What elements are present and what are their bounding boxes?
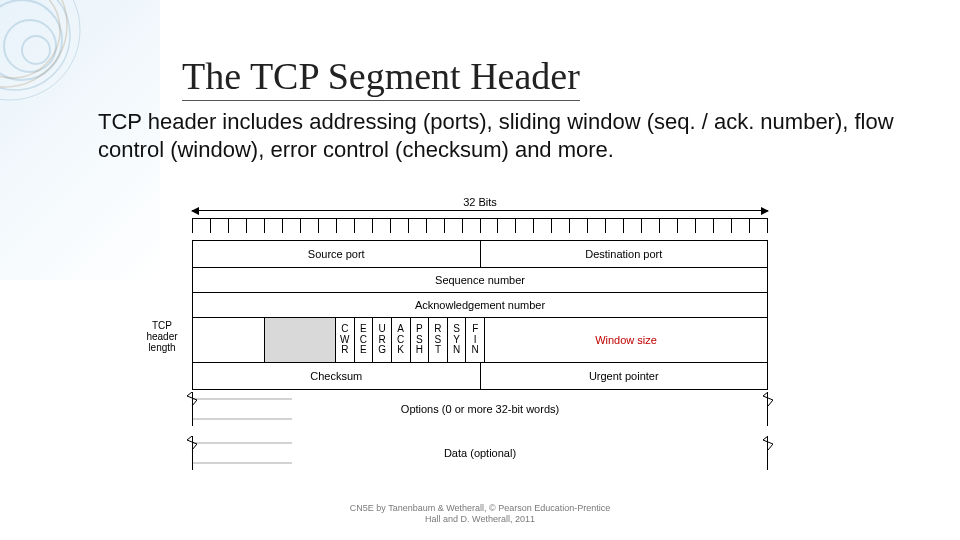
field-ack-number: Acknowledgement number bbox=[193, 293, 767, 317]
flag-psh: PSH bbox=[410, 318, 429, 362]
field-destination-port: Destination port bbox=[480, 241, 768, 267]
field-window-size: Window size bbox=[484, 318, 767, 362]
field-source-port: Source port bbox=[193, 241, 480, 267]
flag-ece: ECE bbox=[354, 318, 373, 362]
flag-urg: URG bbox=[372, 318, 391, 362]
flag-fin: FIN bbox=[465, 318, 484, 362]
flag-syn: SYN bbox=[447, 318, 466, 362]
ruler-bar bbox=[192, 210, 768, 211]
field-sequence-number: Sequence number bbox=[193, 268, 767, 292]
slide-body-text: TCP header includes addressing (ports), … bbox=[98, 108, 918, 163]
field-options: Options (0 or more 32-bit words) bbox=[192, 392, 768, 426]
flag-cwr: CWR bbox=[335, 318, 354, 362]
header-grid: Source port Destination port Sequence nu… bbox=[192, 240, 768, 390]
data-label: Data (optional) bbox=[192, 436, 768, 470]
tcp-header-length-label: TCPheaderlength bbox=[137, 320, 187, 353]
slide-footer: CN5E by Tanenbaum & Wetherall, © Pearson… bbox=[0, 503, 960, 524]
field-reserved bbox=[264, 318, 336, 362]
flag-ack: ACK bbox=[391, 318, 410, 362]
options-label: Options (0 or more 32-bit words) bbox=[192, 392, 768, 426]
flag-rst: RST bbox=[428, 318, 447, 362]
field-tcp-header-length: TCPheaderlength bbox=[193, 318, 264, 362]
slide: The TCP Segment Header TCP header includ… bbox=[0, 0, 960, 540]
row-flags: TCPheaderlength CWR ECE URG ACK PSH RST … bbox=[193, 317, 767, 362]
tcp-header-diagram: 32 Bits Source port Destination port Seq… bbox=[180, 196, 780, 506]
field-data: Data (optional) bbox=[192, 436, 768, 470]
ruler-label: 32 Bits bbox=[180, 196, 780, 208]
slide-title: The TCP Segment Header bbox=[182, 54, 580, 101]
bit-ticks bbox=[192, 218, 768, 233]
field-urgent-pointer: Urgent pointer bbox=[480, 363, 768, 389]
field-checksum: Checksum bbox=[193, 363, 480, 389]
footer-line-1: CN5E by Tanenbaum & Wetherall, © Pearson… bbox=[350, 503, 610, 513]
footer-line-2: Hall and D. Wetherall, 2011 bbox=[425, 514, 535, 524]
